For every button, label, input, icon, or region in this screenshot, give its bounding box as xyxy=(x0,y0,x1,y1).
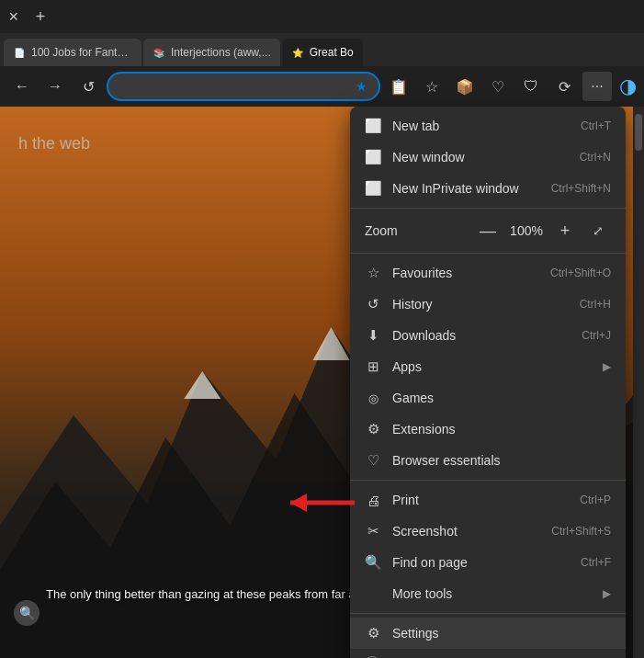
tab-2[interactable]: 📚 Interjections (aww,... xyxy=(143,39,280,66)
settings-icon: ⚙ xyxy=(365,625,381,641)
divider-4 xyxy=(350,613,626,614)
print-shortcut: Ctrl+P xyxy=(580,493,611,506)
back-button[interactable]: ← xyxy=(7,72,37,101)
menu-item-history[interactable]: ↺ History Ctrl+H xyxy=(350,289,626,320)
downloads-label: Downloads xyxy=(392,328,571,343)
toolbar: ← → ↺ ★ 📋 ☆ 📦 ♡ 🛡 ⟳ ··· ◑ xyxy=(0,66,644,107)
menu-item-help-feedback[interactable]: ? Help and feedback ▶ xyxy=(350,649,626,658)
history-label: History xyxy=(392,297,569,312)
find-shortcut: Ctrl+F xyxy=(581,556,611,569)
menu-item-new-inprivate[interactable]: ⬜ New InPrivate window Ctrl+Shift+N xyxy=(350,173,626,204)
games-icon: ◎ xyxy=(365,390,381,406)
browser-essentials-label: Browser essentials xyxy=(392,453,611,468)
svg-marker-3 xyxy=(312,327,349,360)
menu-item-more-tools[interactable]: More tools ▶ xyxy=(350,578,626,609)
history-icon: ↺ xyxy=(365,296,381,312)
screenshot-icon: ✂ xyxy=(365,523,381,539)
screenshot-label: Screenshot xyxy=(392,524,540,539)
menu-item-screenshot[interactable]: ✂ Screenshot Ctrl+Shift+S xyxy=(350,516,626,547)
menu-item-settings[interactable]: ⚙ Settings xyxy=(350,618,626,649)
favorites-button[interactable]: ☆ xyxy=(417,72,446,101)
zoom-label: Zoom xyxy=(365,223,468,238)
settings-label: Settings xyxy=(392,626,611,641)
more-tools-arrow-icon: ▶ xyxy=(603,587,611,600)
svg-marker-2 xyxy=(184,371,220,399)
apps-arrow-icon: ▶ xyxy=(603,360,611,373)
dropdown-menu: ⬜ New tab Ctrl+T ⬜ New window Ctrl+N ⬜ N… xyxy=(350,107,626,658)
tab-bar: 📄 100 Jobs for Fantas... 📚 Interjections… xyxy=(0,33,644,66)
collections-button[interactable]: 📋 xyxy=(384,72,413,101)
extensions-label: Extensions xyxy=(392,422,611,437)
print-icon: 🖨 xyxy=(365,492,381,508)
downloads-icon: ⬇ xyxy=(365,327,381,344)
print-label: Print xyxy=(392,493,569,507)
divider-3 xyxy=(350,480,626,481)
tab-1[interactable]: 📄 100 Jobs for Fantas... xyxy=(4,39,141,66)
new-window-icon: ⬜ xyxy=(365,149,381,165)
new-tab-label: New tab xyxy=(392,119,570,133)
share-button[interactable]: ⟳ xyxy=(549,72,579,101)
menu-item-games[interactable]: ◎ Games xyxy=(350,382,626,414)
address-bar[interactable]: ★ xyxy=(107,72,380,101)
copilot-button[interactable]: ♡ xyxy=(483,72,513,101)
games-label: Games xyxy=(392,391,611,405)
menu-item-apps[interactable]: ⊞ Apps ▶ xyxy=(350,351,626,382)
menu-item-find-on-page[interactable]: 🔍 Find on page Ctrl+F xyxy=(350,547,626,578)
settings-menu-button[interactable]: ··· xyxy=(582,72,612,101)
search-label: h the web xyxy=(18,134,90,153)
scrollbar[interactable] xyxy=(635,114,642,151)
new-inprivate-icon: ⬜ xyxy=(365,180,381,197)
new-window-label: New window xyxy=(392,150,569,164)
caption-icon: 🔍 xyxy=(14,600,40,626)
apps-label: Apps xyxy=(392,359,592,374)
zoom-row: Zoom — 100% + ⤢ xyxy=(350,212,626,249)
forward-button[interactable]: → xyxy=(40,72,70,101)
new-tab-icon: ⬜ xyxy=(365,118,381,134)
screenshot-shortcut: Ctrl+Shift+S xyxy=(551,525,611,538)
tab-2-favicon: 📚 xyxy=(153,46,165,59)
more-tools-label: More tools xyxy=(392,586,592,601)
close-button[interactable]: ✕ xyxy=(7,10,20,23)
find-icon: 🔍 xyxy=(365,554,381,571)
menu-item-browser-essentials[interactable]: ♡ Browser essentials xyxy=(350,445,626,476)
tab-2-label: Interjections (aww,... xyxy=(171,46,271,59)
zoom-increase-button[interactable]: + xyxy=(552,218,578,244)
new-window-shortcut: Ctrl+N xyxy=(580,151,611,164)
menu-item-new-window[interactable]: ⬜ New window Ctrl+N xyxy=(350,142,626,173)
menu-item-print[interactable]: 🖨 Print Ctrl+P xyxy=(350,484,626,516)
tab-3[interactable]: ⭐ Great Bo xyxy=(282,39,363,66)
tab-1-label: 100 Jobs for Fantas... xyxy=(31,46,132,59)
copilot-icon: ◑ xyxy=(619,74,637,98)
extensions-icon: ⚙ xyxy=(365,421,381,437)
menu-item-extensions[interactable]: ⚙ Extensions xyxy=(350,414,626,445)
apps-icon: ⊞ xyxy=(365,358,381,375)
browser-essentials-button[interactable]: 🛡 xyxy=(516,72,546,101)
divider-2 xyxy=(350,253,626,254)
zoom-expand-button[interactable]: ⤢ xyxy=(585,218,611,244)
tab-3-favicon: ⭐ xyxy=(291,46,304,59)
tab-3-label: Great Bo xyxy=(310,46,354,59)
find-label: Find on page xyxy=(392,555,570,570)
zoom-value: 100% xyxy=(508,223,545,238)
svg-marker-7 xyxy=(290,493,307,512)
bookmark-icon: ★ xyxy=(356,79,367,94)
menu-item-favourites[interactable]: ☆ Favourites Ctrl+Shift+O xyxy=(350,257,626,289)
new-tab-shortcut: Ctrl+T xyxy=(581,119,611,132)
new-inprivate-shortcut: Ctrl+Shift+N xyxy=(551,182,611,195)
title-bar: ✕ + xyxy=(0,0,644,33)
media-button[interactable]: 📦 xyxy=(450,72,480,101)
menu-item-downloads[interactable]: ⬇ Downloads Ctrl+J xyxy=(350,320,626,351)
refresh-button[interactable]: ↺ xyxy=(73,72,103,101)
new-tab-button[interactable]: + xyxy=(28,4,53,29)
favourites-label: Favourites xyxy=(392,266,539,280)
tab-1-favicon: 📄 xyxy=(13,46,26,59)
new-inprivate-label: New InPrivate window xyxy=(392,181,540,196)
favourites-shortcut: Ctrl+Shift+O xyxy=(550,267,611,279)
menu-item-new-tab[interactable]: ⬜ New tab Ctrl+T xyxy=(350,110,626,142)
caption-text: The only thing better than gazing at the… xyxy=(46,587,399,601)
zoom-decrease-button[interactable]: — xyxy=(475,218,501,244)
sidebar xyxy=(633,107,644,658)
favourites-icon: ☆ xyxy=(365,265,381,281)
browser-essentials-icon: ♡ xyxy=(365,452,381,469)
downloads-shortcut: Ctrl+J xyxy=(582,329,611,342)
